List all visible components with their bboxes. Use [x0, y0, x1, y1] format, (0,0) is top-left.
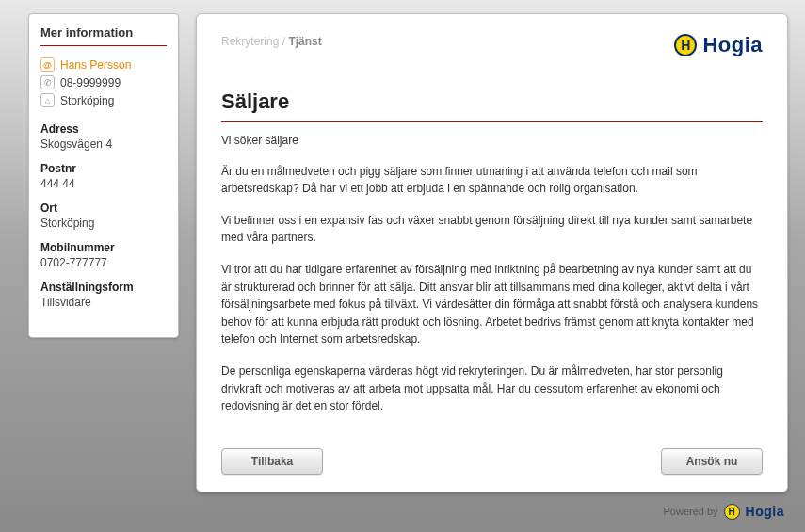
contact-location-value: Storköping — [60, 94, 114, 107]
field-label: Anställningsform — [40, 281, 167, 294]
breadcrumb: Rekrytering / Tjänst — [221, 35, 322, 48]
button-row: Tillbaka Ansök nu — [221, 448, 763, 475]
contact-list: @ Hans Persson 08-9999999 Storköping — [40, 56, 167, 109]
field-label: Adress — [40, 122, 167, 136]
phone-icon — [40, 75, 55, 89]
powered-by: Powered by H Hogia — [0, 500, 805, 520]
breadcrumb-root[interactable]: Rekrytering — [221, 35, 279, 48]
place-icon — [40, 93, 55, 107]
body-paragraph: De personliga egenskaperna värderas högt… — [221, 363, 763, 415]
contact-person: @ Hans Persson — [40, 56, 167, 73]
body-paragraph: Vi befinner oss i en expansiv fas och vä… — [221, 212, 763, 247]
main-panel: Rekrytering / Tjänst H Hogia Säljare Vi … — [196, 13, 788, 492]
logo-text: Hogia — [746, 504, 784, 519]
field-value: Tillsvidare — [40, 296, 167, 309]
logo-text: Hogia — [702, 33, 763, 57]
contact-phone-value: 08-9999999 — [60, 76, 121, 89]
sidebar: Mer information @ Hans Persson 08-999999… — [28, 13, 179, 338]
sidebar-title: Mer information — [40, 25, 167, 40]
brand-logo: H Hogia — [674, 33, 763, 57]
contact-name-link[interactable]: Hans Persson — [60, 58, 131, 72]
field-value: Storköping — [40, 217, 167, 230]
field-label: Ort — [40, 202, 167, 215]
field-employment: Anställningsform Tillsvidare — [40, 281, 167, 309]
field-value: 444 44 — [40, 177, 167, 190]
divider — [221, 121, 763, 122]
powered-label: Powered by — [664, 506, 718, 517]
body-paragraph: Är du en målmedveten och pigg säljare so… — [221, 163, 763, 198]
field-city: Ort Storköping — [40, 202, 167, 230]
logo-mark-icon: H — [724, 504, 740, 520]
back-button[interactable]: Tillbaka — [221, 448, 323, 475]
breadcrumb-current: Tjänst — [288, 35, 321, 48]
field-value: 0702-777777 — [40, 256, 167, 269]
field-address: Adress Skogsvägen 4 — [40, 122, 167, 151]
contact-location: Storköping — [40, 91, 167, 109]
lead-paragraph: Vi söker säljare — [221, 132, 763, 150]
contact-phone: 08-9999999 — [40, 73, 167, 91]
divider — [40, 45, 167, 46]
apply-button[interactable]: Ansök nu — [661, 448, 763, 475]
field-postcode: Postnr 444 44 — [40, 162, 167, 190]
page-title: Säljare — [221, 89, 763, 114]
at-icon: @ — [40, 57, 55, 72]
field-label: Postnr — [40, 162, 167, 175]
field-mobile: Mobilnummer 0702-777777 — [40, 241, 167, 269]
field-label: Mobilnummer — [40, 241, 167, 254]
job-description: Vi söker säljare Är du en målmedveten oc… — [221, 132, 763, 429]
field-value: Skogsvägen 4 — [40, 137, 167, 151]
logo-mark-icon: H — [674, 34, 697, 56]
body-paragraph: Vi tror att du har tidigare erfarenhet a… — [221, 261, 763, 348]
